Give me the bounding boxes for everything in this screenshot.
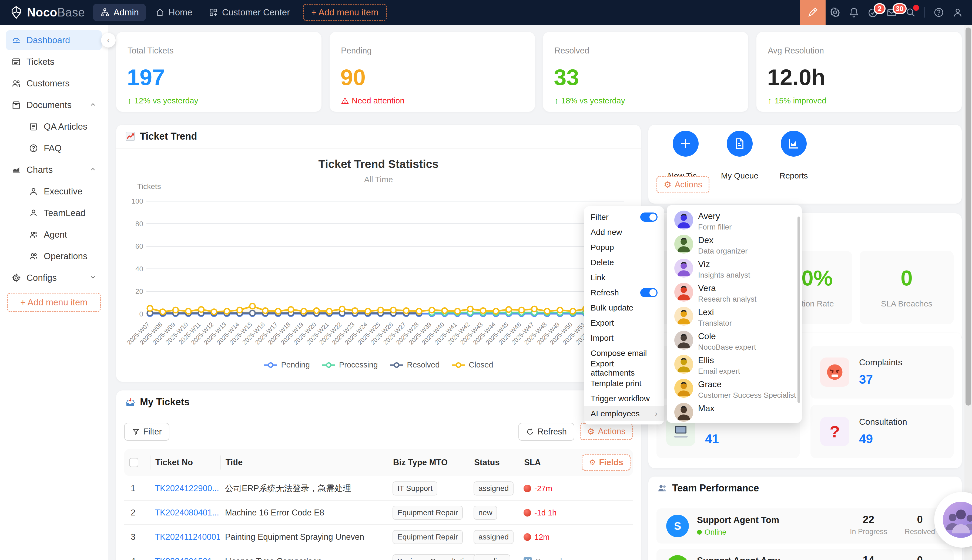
status-cell: assigned: [469, 482, 519, 495]
fields-button[interactable]: ⚙Fields: [582, 455, 631, 471]
menu-item-refresh[interactable]: Refresh: [584, 285, 664, 300]
biz-type-cell: IT Support: [387, 482, 469, 495]
row-index: 1: [124, 483, 150, 493]
nav-tab-home[interactable]: Home: [148, 4, 199, 21]
sidebar-collapse-button[interactable]: ‹: [101, 33, 115, 48]
table-row[interactable]: 2TK2024080401...Machine 16 Error Code E8…: [124, 501, 633, 525]
sidebar-item-tickets[interactable]: Tickets: [6, 52, 102, 72]
filter-button[interactable]: Filter: [124, 423, 169, 441]
menu-item-ai-employees[interactable]: AI employees›: [584, 406, 664, 421]
my-tickets-card: My Tickets Filter Refresh ⚙Actions Ticke…: [116, 390, 641, 560]
sidebar-item-agent[interactable]: Agent: [6, 225, 102, 245]
ticket-link[interactable]: TK2024080401...: [150, 508, 220, 518]
stat-delta: ↑18% vs yesterday: [554, 96, 625, 105]
settings-button[interactable]: [825, 0, 845, 25]
complaints-label: Complaints: [859, 357, 902, 367]
ai-employee-dex[interactable]: DexData organizer: [667, 233, 802, 257]
nav-tab-admin[interactable]: Admin: [93, 4, 146, 21]
menu-item-export[interactable]: Export: [584, 315, 664, 330]
tasks-button[interactable]: 2: [863, 0, 882, 25]
chevron-up-icon: [89, 100, 97, 110]
sidebar-item-operations[interactable]: Operations: [6, 246, 102, 266]
gear-icon: [829, 7, 841, 18]
sidebar-add-menu-item-button[interactable]: + Add menu item: [7, 293, 101, 312]
toggle-on[interactable]: [640, 288, 658, 297]
col-status[interactable]: Status: [469, 455, 519, 470]
ai-employee-avery[interactable]: AveryForm filler: [667, 209, 802, 233]
legend-item-resolved[interactable]: Resolved: [389, 360, 439, 369]
notifications-button[interactable]: [845, 0, 863, 25]
sidebar-item-executive[interactable]: Executive: [6, 182, 102, 202]
col-title[interactable]: Title: [220, 455, 387, 470]
sidebar-item-configs[interactable]: Configs: [6, 268, 102, 288]
sidebar-item-documents[interactable]: Documents: [6, 95, 102, 115]
sidebar-item-faq[interactable]: FAQ: [6, 138, 102, 158]
user-button[interactable]: [948, 0, 967, 25]
stat-card-resolved: Resolved 33 ↑18% vs yesterday: [543, 32, 748, 112]
category-box-consultation[interactable]: ? Consultation 49: [810, 405, 954, 458]
legend-item-processing[interactable]: Processing: [322, 360, 377, 369]
category-box-complaints[interactable]: Complaints 37: [810, 346, 954, 398]
ai-employee-vera[interactable]: VeraResearch analyst: [667, 281, 802, 305]
stat-value: 12.0h: [767, 64, 825, 90]
nocobase-logo[interactable]: NocoBase: [0, 5, 93, 20]
menu-item-filter[interactable]: Filter: [584, 210, 664, 225]
trend-chart[interactable]: Tickets1008060402002025-W072025-W082025-…: [116, 148, 641, 359]
select-all-checkbox[interactable]: [124, 455, 150, 470]
ai-employee-ellis[interactable]: EllisEmail expert: [667, 353, 802, 377]
search-button[interactable]: [901, 0, 920, 25]
table-row[interactable]: 3TK202411240001Painting Equipment Sprayi…: [124, 525, 633, 549]
ticket-title: Machine 16 Error Code E8: [220, 508, 387, 518]
nav-tab-customer-center[interactable]: Customer Center: [202, 4, 297, 21]
ai-employee-viz[interactable]: VizInsights analyst: [667, 257, 802, 281]
sidebar-item-qa-articles[interactable]: QA Articles: [6, 117, 102, 137]
team-row-amy[interactable]: Support Agent Amy 14 0: [656, 549, 954, 560]
ai-pen-button[interactable]: [800, 0, 825, 25]
page-scrollbar-track[interactable]: [964, 25, 972, 560]
menu-item-bulk-update[interactable]: Bulk update: [584, 300, 664, 315]
sidebar-item-charts[interactable]: Charts: [6, 160, 102, 180]
nav-add-menu-item-button[interactable]: + Add menu item: [303, 4, 387, 21]
legend-item-pending[interactable]: Pending: [264, 360, 310, 369]
legend-item-closed[interactable]: Closed: [451, 360, 493, 369]
menu-item-template-print[interactable]: Template print: [584, 376, 664, 391]
ai-employee-lexi[interactable]: LexiTranslator: [667, 305, 802, 329]
refresh-button[interactable]: Refresh: [518, 423, 575, 441]
col-sla[interactable]: SLA: [519, 455, 574, 470]
sidebar-item-customers[interactable]: Customers: [6, 73, 102, 93]
red-dot-icon: [524, 533, 531, 541]
ai-employee-grace[interactable]: GraceCustomer Success Specialist: [667, 377, 802, 401]
avatar: [674, 355, 693, 374]
sidebar-item-dashboard[interactable]: Dashboard: [6, 30, 102, 50]
ticket-link[interactable]: TK2024091501...: [150, 557, 220, 560]
toggle-on[interactable]: [640, 212, 658, 222]
menu-item-popup[interactable]: Popup: [584, 240, 664, 255]
col-biz-type[interactable]: Biz Type MTO: [387, 455, 469, 470]
inbox-button[interactable]: 30: [882, 0, 901, 25]
ai-employee-cole[interactable]: ColeNocoBase expert: [667, 329, 802, 353]
menu-item-import[interactable]: Import: [584, 330, 664, 346]
overview-box-sla: 0 SLA Breaches: [860, 251, 954, 324]
ai-employee-max[interactable]: Max: [667, 401, 802, 423]
team-row-tom[interactable]: S Support Agent Tom Online 22In Progress…: [656, 508, 954, 543]
nav-right-icons: 2 30: [800, 0, 972, 25]
menu-item-export-attachments[interactable]: Export attachments: [584, 361, 664, 376]
table-actions-button[interactable]: ⚙Actions: [580, 423, 633, 440]
table-row[interactable]: 1TK2024122900...公司ERP系统无法登录，急需处理IT Suppo…: [124, 477, 633, 501]
menu-item-trigger-workflow[interactable]: Trigger workflow: [584, 391, 664, 406]
table-row[interactable]: 4TK2024091501...License Type ComparisonB…: [124, 550, 633, 560]
menu-item-delete[interactable]: Delete: [584, 255, 664, 270]
menu-item-link[interactable]: Link: [584, 270, 664, 285]
refresh-icon: [526, 428, 534, 436]
sidebar-item-teamlead[interactable]: TeamLead: [6, 203, 102, 223]
ticket-link[interactable]: TK2024122900...: [150, 483, 220, 493]
consultation-value: 49: [859, 432, 873, 446]
ticket-link[interactable]: TK202411240001: [150, 532, 220, 542]
help-button[interactable]: [929, 0, 948, 25]
quick-actions-button[interactable]: ⚙Actions: [656, 176, 710, 193]
col-ticket-no[interactable]: Ticket No: [150, 455, 220, 470]
menu-item-compose-email[interactable]: Compose email: [584, 346, 664, 361]
stat-delta: ↑15% improved: [768, 96, 827, 105]
page-scrollbar-thumb[interactable]: [965, 28, 971, 405]
menu-item-add-new[interactable]: Add new: [584, 225, 664, 240]
